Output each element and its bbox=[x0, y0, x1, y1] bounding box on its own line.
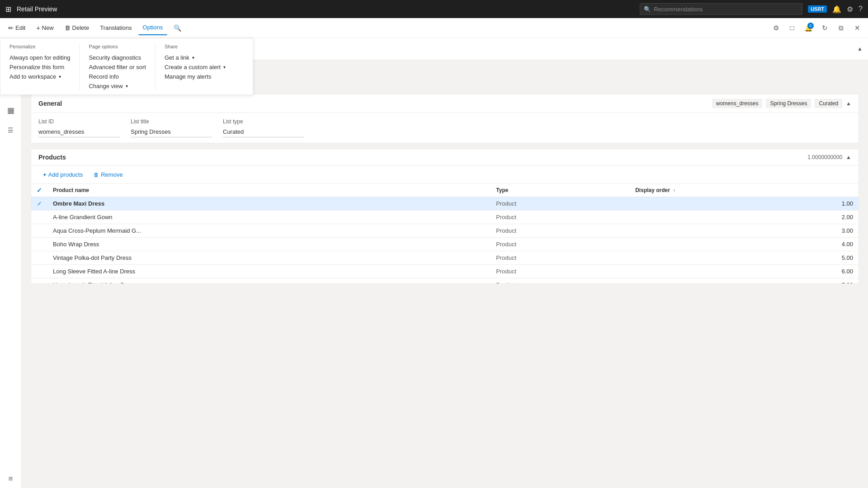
settings2-icon[interactable]: ⚙ bbox=[769, 21, 783, 35]
new-label: New bbox=[42, 24, 54, 31]
app-title: Retail Preview bbox=[17, 5, 634, 13]
chevron-down-icon3: ▾ bbox=[192, 55, 194, 60]
notification2-icon[interactable]: 🔔 0 bbox=[801, 21, 816, 35]
row-name: Long Sleeve Fitted A-line Dress bbox=[47, 265, 491, 278]
always-open-editing[interactable]: Always open for editing bbox=[9, 53, 70, 62]
create-custom-alert[interactable]: Create a custom alert ▾ bbox=[165, 62, 226, 72]
add-products-icon: + bbox=[43, 171, 47, 178]
products-toolbar: + Add products 🗑 Remove bbox=[31, 166, 859, 184]
personalize-section: Personalize Always open for editing Pers… bbox=[0, 44, 80, 91]
table-row[interactable]: Boho Wrap Dress Product 4.00 bbox=[31, 238, 859, 251]
row-name: Houndstooth Fitted A-line Dress bbox=[47, 278, 491, 284]
translations-button[interactable]: Translations bbox=[95, 21, 136, 35]
row-order: 4.00 bbox=[630, 238, 859, 251]
table-header-row: ✓ Product name Type Display order ↑ bbox=[31, 184, 859, 197]
row-order: 6.00 bbox=[630, 265, 859, 278]
general-fields-row: List ID womens_dresses List title Spring… bbox=[31, 113, 859, 143]
list-id-field: List ID womens_dresses bbox=[38, 118, 120, 137]
add-to-workspace[interactable]: Add to workspace ▾ bbox=[9, 72, 70, 81]
search-input[interactable] bbox=[654, 6, 798, 13]
tag-list-id: womens_dresses bbox=[712, 99, 762, 108]
settings-icon[interactable]: ⚙ bbox=[847, 5, 853, 14]
search-icon: 🔍 bbox=[644, 6, 651, 13]
record-info[interactable]: Record info bbox=[89, 72, 146, 81]
global-search[interactable]: 🔍 bbox=[640, 3, 802, 15]
options-button[interactable]: Options bbox=[138, 21, 168, 35]
add-products-button[interactable]: + Add products bbox=[38, 169, 87, 180]
row-order: 5.00 bbox=[630, 251, 859, 265]
expand-icon[interactable]: ⧉ bbox=[834, 21, 848, 35]
user-badge: USRT bbox=[808, 5, 827, 13]
row-name: A-line Grandient Gown bbox=[47, 211, 491, 224]
edit-label: Edit bbox=[15, 24, 25, 31]
list-id-value: womens_dresses bbox=[38, 127, 120, 137]
chevron-down-icon4: ▾ bbox=[223, 65, 226, 70]
sidebar-item-workspaces[interactable]: ▦ bbox=[2, 101, 20, 119]
personalize-form[interactable]: Personalize this form bbox=[9, 62, 70, 72]
notifications-icon[interactable]: 🔔 bbox=[832, 5, 841, 14]
sidebar: ⌂ ☆ 🕐 ▦ ☰ ≡ bbox=[0, 38, 22, 488]
command-bar: ✏ Edit + New 🗑 Delete Translations Optio… bbox=[0, 18, 868, 38]
col-order-header[interactable]: Display order ↑ bbox=[630, 184, 859, 197]
help-icon[interactable]: ? bbox=[859, 5, 863, 13]
collapse-bar-btn[interactable]: ▲ bbox=[857, 46, 863, 52]
col-name-header[interactable]: Product name bbox=[47, 184, 491, 197]
search-button[interactable]: 🔍 bbox=[169, 21, 186, 35]
refresh-icon[interactable]: ↻ bbox=[817, 21, 832, 35]
row-name: Ombre Maxi Dress bbox=[47, 197, 491, 211]
layout-icon[interactable]: □ bbox=[785, 21, 799, 35]
new-button[interactable]: + New bbox=[32, 21, 58, 35]
row-check bbox=[31, 238, 47, 251]
manage-alerts[interactable]: Manage my alerts bbox=[165, 72, 226, 81]
remove-button[interactable]: 🗑 Remove bbox=[89, 169, 127, 180]
row-type: Product bbox=[491, 224, 630, 238]
grid-icon[interactable]: ⊞ bbox=[5, 5, 11, 14]
table-row[interactable]: ✓ Ombre Maxi Dress Product 1.00 bbox=[31, 197, 859, 211]
row-order: 3.00 bbox=[630, 224, 859, 238]
translations-label: Translations bbox=[100, 24, 132, 31]
col-type-header[interactable]: Type bbox=[491, 184, 630, 197]
new-icon: + bbox=[36, 24, 40, 32]
table-row[interactable]: Aqua Cross-Peplum Mermaid G... Product 3… bbox=[31, 224, 859, 238]
share-title: Share bbox=[165, 44, 226, 49]
remove-icon: 🗑 bbox=[94, 172, 99, 178]
row-type: Product bbox=[491, 251, 630, 265]
general-collapse-btn[interactable]: ▲ bbox=[846, 100, 851, 107]
list-title-label: List title bbox=[131, 118, 212, 125]
security-diagnostics[interactable]: Security diagnostics bbox=[89, 53, 146, 62]
advanced-filter[interactable]: Advanced filter or sort bbox=[89, 62, 146, 72]
main-content: Recommendation lists womens_dresses : Sp… bbox=[22, 60, 868, 488]
search-cmd-icon: 🔍 bbox=[174, 24, 181, 32]
tag-list-title: Spring Dresses bbox=[766, 99, 811, 108]
table-row[interactable]: Houndstooth Fitted A-line Dress Product … bbox=[31, 278, 859, 284]
delete-button[interactable]: 🗑 Delete bbox=[60, 21, 94, 35]
table-row[interactable]: Long Sleeve Fitted A-line Dress Product … bbox=[31, 265, 859, 278]
general-title: General bbox=[38, 100, 62, 107]
row-order: 7.00 bbox=[630, 278, 859, 284]
products-table-wrap[interactable]: ✓ Product name Type Display order ↑ bbox=[31, 184, 859, 283]
sidebar-item-list[interactable]: ☰ bbox=[2, 121, 20, 139]
table-row[interactable]: Vintage Polka-dot Party Dress Product 5.… bbox=[31, 251, 859, 265]
page-options-section: Page options Security diagnostics Advanc… bbox=[80, 44, 155, 91]
sort-icon: ↑ bbox=[673, 188, 675, 193]
list-type-label: List type bbox=[223, 118, 304, 125]
add-products-label: Add products bbox=[48, 171, 83, 178]
row-name: Vintage Polka-dot Party Dress bbox=[47, 251, 491, 265]
get-a-link[interactable]: Get a link ▾ bbox=[165, 53, 226, 62]
top-bar-right: USRT 🔔 ⚙ ? bbox=[808, 5, 863, 14]
change-view[interactable]: Change view ▾ bbox=[89, 81, 146, 91]
row-check bbox=[31, 278, 47, 284]
list-type-value: Curated bbox=[223, 127, 304, 137]
row-name: Aqua Cross-Peplum Mermaid G... bbox=[47, 224, 491, 238]
sidebar-item-more[interactable]: ≡ bbox=[2, 470, 20, 488]
row-type: Product bbox=[491, 238, 630, 251]
row-type: Product bbox=[491, 211, 630, 224]
row-type: Product bbox=[491, 197, 630, 211]
edit-button[interactable]: ✏ Edit bbox=[4, 21, 30, 35]
products-collapse-btn[interactable]: ▲ bbox=[846, 154, 851, 160]
personalize-title: Personalize bbox=[9, 44, 70, 49]
close-icon[interactable]: ✕ bbox=[850, 21, 864, 35]
products-card-header: Products 1.0000000000 ▲ bbox=[31, 149, 859, 166]
edit-icon: ✏ bbox=[8, 24, 14, 32]
table-row[interactable]: A-line Grandient Gown Product 2.00 bbox=[31, 211, 859, 224]
